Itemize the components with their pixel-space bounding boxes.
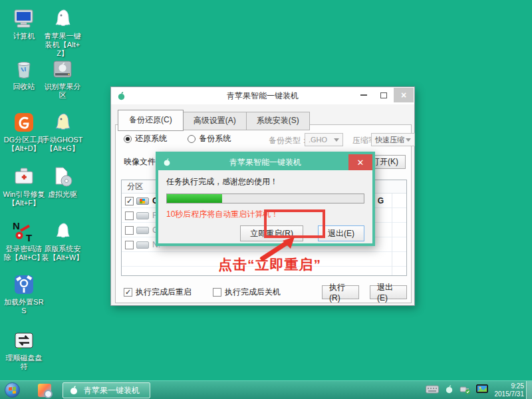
taskbar-clock[interactable]: 9:25 2015/7/31 bbox=[495, 382, 525, 399]
backup-type-label: 备份类型： bbox=[269, 135, 309, 146]
desktop-icon-qpg-installer[interactable]: 青苹果一键装机【Alt+Z】 bbox=[41, 7, 84, 59]
nt-password-key-icon: NT bbox=[12, 219, 36, 243]
main-window-titlebar[interactable]: 青苹果智能一键装机 × bbox=[111, 87, 414, 104]
desktop-icon-label: 回收站 bbox=[3, 82, 45, 91]
backup-type-select[interactable]: .GHO bbox=[305, 133, 343, 146]
usb-tray-icon[interactable] bbox=[460, 384, 471, 397]
svg-text:T: T bbox=[26, 232, 32, 243]
checkbox-checked-icon[interactable]: ✓ bbox=[125, 197, 134, 205]
backup-type-value: .GHO bbox=[309, 136, 327, 144]
desktop-icon-password-clear[interactable]: NT 登录密码清除【Alt+C】 bbox=[3, 219, 45, 262]
windows-flag-icon bbox=[9, 386, 16, 394]
desktop-icon-label: 虚拟光驱 bbox=[41, 190, 84, 199]
checkbox-unchecked-icon[interactable] bbox=[125, 211, 134, 220]
progress-fill bbox=[167, 194, 222, 203]
checkbox-unchecked-icon bbox=[213, 288, 221, 297]
minimize-button[interactable] bbox=[354, 88, 374, 102]
desktop-icon-manual-ghost[interactable]: 手动GHOST【Alt+G】 bbox=[41, 110, 84, 153]
chevron-down-icon bbox=[406, 138, 411, 142]
radio-backup-system[interactable]: 备份系统 bbox=[188, 133, 231, 144]
checkbox-checked-icon: ✓ bbox=[124, 288, 132, 297]
drive-icon bbox=[136, 212, 149, 219]
desktop-icon-label: Win引导修复【Alt+F】 bbox=[3, 190, 45, 207]
checkbox-restart-after-done[interactable]: ✓ 执行完成后重启 bbox=[124, 287, 192, 298]
first-aid-box-icon bbox=[12, 165, 36, 189]
system-drive-icon bbox=[136, 198, 149, 205]
tab-backup-restore[interactable]: 备份还原(C) bbox=[118, 110, 184, 131]
desktop-icon-label: 登录密码清除【Alt+C】 bbox=[3, 245, 45, 262]
start-button[interactable] bbox=[5, 382, 20, 398]
desktop-icon-label: DG分区工具【Alt+D】 bbox=[3, 136, 45, 153]
shutdown-after-done-label: 执行完成后关机 bbox=[225, 287, 281, 298]
radio-restore-system[interactable]: 还原系统 bbox=[124, 133, 167, 144]
desktop-icon-label: 理顺磁盘盘符 bbox=[3, 354, 45, 371]
desktop-icon-label: 加载外置SRS bbox=[3, 298, 45, 315]
desktop-icon-dg-partition-tool[interactable]: DG分区工具【Alt+D】 bbox=[3, 110, 45, 153]
apple-tray-icon[interactable] bbox=[444, 384, 454, 397]
ghost-white-icon bbox=[51, 219, 74, 243]
close-button[interactable]: × bbox=[394, 88, 414, 102]
taskbar-app-button[interactable]: 青苹果一键装机 bbox=[63, 382, 150, 398]
srs-driver-icon bbox=[12, 273, 36, 297]
radio-dot-icon bbox=[124, 135, 132, 143]
dialog-message: 任务执行完成，感谢您的使用！ bbox=[166, 176, 364, 188]
drive-icon bbox=[136, 227, 149, 234]
dialog-titlebar[interactable]: 青苹果智能一键装机 ✕ bbox=[158, 154, 372, 170]
white-apple-icon bbox=[68, 385, 79, 396]
desktop-icon-win-boot-repair[interactable]: Win引导修复【Alt+F】 bbox=[3, 165, 45, 207]
display-tray-icon[interactable] bbox=[476, 384, 488, 397]
desktop-icon-load-srs[interactable]: 加载外置SRS bbox=[3, 273, 45, 315]
ghost-yellow-icon bbox=[51, 110, 74, 134]
virtual-cd-icon bbox=[51, 165, 74, 189]
radio-restore-label: 还原系统 bbox=[135, 133, 167, 144]
desktop-icon-virtual-cd[interactable]: 虚拟光驱 bbox=[41, 165, 84, 199]
chevron-down-icon bbox=[334, 138, 339, 142]
clock-date: 2015/7/31 bbox=[495, 390, 525, 399]
dialog-close-icon[interactable]: ✕ bbox=[348, 154, 372, 170]
dialog-title: 青苹果智能一键装机 bbox=[158, 157, 372, 168]
drive-letter-swap-icon bbox=[12, 329, 36, 352]
keyboard-tray-icon[interactable] bbox=[426, 384, 439, 396]
checkbox-unchecked-icon[interactable] bbox=[125, 226, 134, 235]
radio-backup-label: 备份系统 bbox=[199, 133, 231, 144]
maximize-button[interactable] bbox=[374, 88, 394, 102]
restart-after-done-label: 执行完成后重启 bbox=[136, 287, 192, 298]
recycle-bin-icon bbox=[12, 57, 36, 81]
desktop-icon-computer[interactable]: 计算机 bbox=[3, 7, 45, 41]
progress-bar bbox=[166, 194, 364, 203]
desktop-icon-apple-partition[interactable]: 识别苹果分区 bbox=[41, 57, 84, 100]
partition-size: G bbox=[378, 196, 384, 205]
desktop-icon-original-system-install[interactable]: 原版系统安装【Alt+W】 bbox=[41, 219, 84, 262]
desktop-icon-label: 识别苹果分区 bbox=[41, 82, 84, 100]
tab-system-install[interactable]: 系统安装(S) bbox=[247, 112, 310, 130]
tab-advanced-settings[interactable]: 高级设置(A) bbox=[184, 112, 247, 130]
annotation-text: 点击“立即重启” bbox=[218, 255, 321, 274]
screenshot-tool-icon[interactable] bbox=[38, 384, 51, 397]
desktop-icon-label: 原版系统安装【Alt+W】 bbox=[41, 245, 84, 262]
ghost-white-icon bbox=[51, 7, 74, 31]
taskbar-app-label: 青苹果一键装机 bbox=[84, 385, 140, 396]
clock-time: 9:25 bbox=[495, 382, 525, 391]
system-tray: 9:25 2015/7/31 bbox=[420, 381, 525, 399]
checkbox-shutdown-after-done[interactable]: 执行完成后关机 bbox=[213, 287, 281, 298]
tab-bar: 备份还原(C) 高级设置(A) 系统安装(S) bbox=[118, 110, 310, 130]
taskbar: 青苹果一键装机 9:25 2015/7/31 bbox=[0, 380, 532, 399]
desktop-icon-drive-letter-fix[interactable]: 理顺磁盘盘符 bbox=[3, 329, 45, 371]
computer-icon bbox=[12, 7, 36, 31]
compression-value: 快速压缩 bbox=[375, 135, 404, 145]
drive-icon bbox=[136, 241, 149, 249]
desktop-icon-recycle-bin[interactable]: 回收站 bbox=[3, 57, 45, 91]
desktop-icon-label: 手动GHOST【Alt+G】 bbox=[41, 136, 84, 153]
svg-text:N: N bbox=[13, 220, 20, 231]
radio-dot-icon bbox=[188, 135, 196, 143]
compression-select[interactable]: 快速压缩 bbox=[371, 133, 415, 146]
apple-drive-icon bbox=[51, 57, 74, 81]
desktop-icon-label: 计算机 bbox=[3, 32, 45, 41]
checkbox-unchecked-icon[interactable] bbox=[125, 241, 134, 249]
desktop-icon-label: 青苹果一键装机【Alt+Z】 bbox=[41, 32, 84, 59]
dg-partition-icon bbox=[12, 110, 36, 134]
execute-button[interactable]: 执行(R) bbox=[322, 285, 359, 299]
main-exit-button[interactable]: 退出(E) bbox=[370, 285, 407, 299]
show-desktop-button[interactable] bbox=[526, 381, 532, 399]
